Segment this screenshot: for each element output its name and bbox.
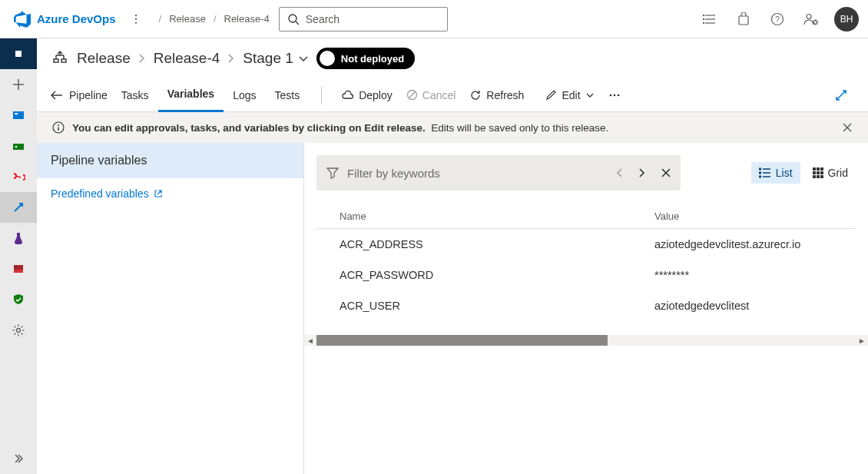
scroll-right-icon[interactable]: ► bbox=[856, 335, 868, 346]
svg-rect-61 bbox=[817, 167, 820, 171]
svg-point-59 bbox=[759, 176, 760, 177]
rail-expand[interactable] bbox=[0, 443, 37, 474]
info-bar: You can edit approvals, tasks, and varia… bbox=[37, 112, 868, 143]
breadcrumb-release[interactable]: Release bbox=[169, 13, 206, 25]
rail-compliance[interactable] bbox=[0, 284, 37, 315]
ellipsis-icon bbox=[608, 89, 621, 101]
svg-rect-20 bbox=[13, 111, 24, 119]
fullscreen-button[interactable] bbox=[828, 88, 854, 102]
variables-sidepanel: Pipeline variables Predefined variables bbox=[37, 143, 304, 474]
deploy-button[interactable]: Deploy bbox=[334, 89, 399, 101]
svg-rect-63 bbox=[813, 171, 816, 174]
th-value[interactable]: Value bbox=[654, 210, 679, 222]
tab-variables[interactable]: Variables bbox=[158, 78, 224, 112]
svg-point-3 bbox=[289, 15, 297, 22]
rail-repos[interactable] bbox=[0, 131, 37, 161]
breadcrumb-release-id[interactable]: Release-4 bbox=[224, 13, 270, 25]
project-menu-icon[interactable] bbox=[124, 7, 148, 31]
svg-point-23 bbox=[15, 146, 18, 148]
cloud-icon bbox=[340, 90, 354, 101]
svg-line-43 bbox=[409, 92, 415, 98]
table-row[interactable]: ACR_PASSWORD ******** bbox=[316, 260, 856, 290]
scroll-track[interactable] bbox=[316, 335, 856, 346]
svg-rect-24 bbox=[14, 265, 23, 270]
back-to-pipeline[interactable]: Pipeline bbox=[51, 89, 108, 101]
avatar[interactable]: BH bbox=[834, 7, 859, 31]
filter-prev[interactable] bbox=[615, 167, 624, 179]
chevron-down-icon bbox=[298, 53, 309, 64]
azure-devops-logo-icon bbox=[14, 11, 31, 28]
th-name[interactable]: Name bbox=[340, 210, 654, 222]
work-items-icon[interactable] bbox=[694, 4, 725, 35]
view-grid-button[interactable]: Grid bbox=[805, 162, 856, 184]
info-rest: Edits will be saved only to this release… bbox=[431, 122, 608, 134]
search-input[interactable]: Search bbox=[279, 7, 448, 31]
info-close[interactable] bbox=[842, 122, 853, 133]
stage-dropdown[interactable]: Stage 1 bbox=[243, 50, 309, 67]
rail-artifacts[interactable] bbox=[0, 254, 37, 284]
variables-table: Name Value ACR_ADDRESS aziotedgedevclite… bbox=[316, 204, 856, 321]
rail-settings[interactable] bbox=[0, 315, 37, 346]
svg-point-14 bbox=[807, 14, 811, 18]
status-dot-icon bbox=[320, 51, 335, 66]
filter-input[interactable]: Filter by keywords bbox=[316, 155, 681, 191]
table-header: Name Value bbox=[316, 204, 856, 229]
cancel-icon bbox=[406, 89, 418, 101]
rail-pipelines[interactable] bbox=[0, 192, 37, 223]
svg-line-34 bbox=[22, 326, 23, 328]
breadcrumb-sep: / bbox=[159, 13, 162, 25]
svg-point-45 bbox=[613, 94, 615, 96]
help-icon[interactable]: ? bbox=[762, 4, 793, 35]
scroll-left-icon[interactable]: ◄ bbox=[304, 335, 316, 346]
marketplace-icon[interactable] bbox=[728, 4, 759, 35]
cell-name: ACR_PASSWORD bbox=[340, 269, 654, 281]
breadcrumb-sep: / bbox=[214, 13, 217, 25]
svg-point-57 bbox=[759, 168, 760, 170]
release-icon bbox=[51, 49, 69, 68]
svg-rect-35 bbox=[54, 59, 58, 62]
rail-overview[interactable] bbox=[0, 38, 37, 69]
cell-name: ACR_USER bbox=[340, 300, 654, 312]
rail-boards[interactable] bbox=[0, 100, 37, 131]
pipeline-variables-heading[interactable]: Pipeline variables bbox=[37, 143, 303, 178]
scroll-thumb[interactable] bbox=[316, 335, 608, 346]
pencil-icon bbox=[545, 89, 557, 101]
svg-rect-21 bbox=[15, 113, 18, 114]
svg-rect-11 bbox=[739, 16, 748, 25]
refresh-button[interactable]: Refresh bbox=[463, 89, 530, 101]
more-actions[interactable] bbox=[602, 89, 627, 101]
rail-add[interactable] bbox=[0, 69, 37, 100]
svg-point-8 bbox=[703, 15, 704, 15]
cell-value: aziotedgedevclitest bbox=[654, 300, 749, 312]
svg-point-2 bbox=[134, 22, 136, 23]
user-settings-icon[interactable] bbox=[796, 4, 827, 35]
rail-test-plans[interactable] bbox=[0, 223, 37, 254]
svg-line-4 bbox=[296, 22, 299, 25]
header-release[interactable]: Release bbox=[77, 50, 131, 67]
grid-icon bbox=[813, 167, 823, 178]
header-release-id[interactable]: Release-4 bbox=[154, 50, 220, 67]
svg-point-15 bbox=[813, 20, 817, 23]
tab-logs[interactable]: Logs bbox=[224, 78, 265, 112]
view-list-button[interactable]: List bbox=[751, 162, 800, 184]
svg-line-31 bbox=[15, 326, 16, 328]
predefined-variables-link[interactable]: Predefined variables bbox=[37, 178, 303, 209]
table-row[interactable]: ACR_USER aziotedgedevclitest bbox=[316, 290, 856, 321]
svg-rect-64 bbox=[817, 171, 820, 174]
filter-placeholder: Filter by keywords bbox=[347, 167, 607, 180]
arrow-left-icon bbox=[51, 90, 63, 101]
svg-rect-36 bbox=[61, 59, 66, 62]
svg-rect-60 bbox=[813, 167, 816, 171]
tab-tests[interactable]: Tests bbox=[265, 78, 309, 112]
svg-rect-66 bbox=[813, 175, 816, 178]
svg-point-0 bbox=[134, 15, 136, 16]
edit-button[interactable]: Edit bbox=[539, 89, 600, 101]
horizontal-scrollbar[interactable]: ◄ ► bbox=[304, 335, 868, 346]
brand[interactable]: Azure DevOps bbox=[6, 11, 124, 28]
filter-clear[interactable] bbox=[661, 167, 671, 178]
tab-tasks[interactable]: Tasks bbox=[112, 78, 158, 112]
table-row[interactable]: ACR_ADDRESS aziotedgedevclitest.azurecr.… bbox=[316, 229, 856, 260]
rail-pipelines-repo[interactable] bbox=[0, 161, 37, 192]
external-link-icon bbox=[154, 189, 163, 198]
filter-next[interactable] bbox=[638, 167, 647, 179]
